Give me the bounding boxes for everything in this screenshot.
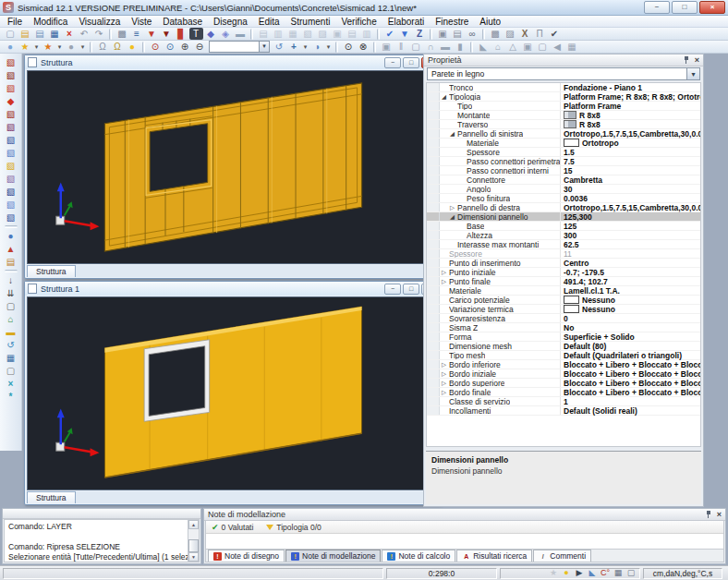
open-archive-icon[interactable]: ▤	[33, 28, 47, 40]
shading-drop-icon[interactable]: ▾	[325, 41, 333, 53]
property-row[interactable]: ▷ Bordo finale Bloccato + Libero + Blocc…	[427, 388, 700, 397]
clip-icon[interactable]: ‖	[394, 41, 408, 53]
timber-beam-icon[interactable]: ▬	[4, 326, 18, 338]
wall-generic-icon[interactable]: ▧	[4, 82, 18, 94]
roof-icon[interactable]: ⌂	[4, 313, 18, 325]
property-row[interactable]: Passo connettori perimetrali 7.5	[427, 157, 700, 166]
star-secondary-icon[interactable]: ★	[42, 41, 55, 53]
property-row[interactable]: Tipo mesh Default (Quadrilateri o triang…	[427, 351, 700, 360]
minimize-button[interactable]: −	[384, 57, 401, 68]
wall-light-blue-icon[interactable]: ▧	[4, 199, 18, 211]
wall-gold-icon[interactable]: ▧	[4, 160, 18, 172]
window-tile-icon[interactable]: ▤	[257, 28, 271, 40]
wall-concrete-icon[interactable]: ▧	[4, 69, 18, 81]
scale-combobox[interactable]: ▾	[209, 41, 270, 53]
arch-icon[interactable]: ∩	[424, 41, 438, 53]
snapshot-icon[interactable]: ▣	[380, 41, 394, 53]
wall-insert-icon[interactable]: ◆	[4, 95, 18, 107]
restore-button[interactable]: □	[403, 57, 419, 68]
open-folder-icon[interactable]: ▤	[18, 28, 32, 40]
menu-modifica[interactable]: Modifica	[28, 16, 73, 28]
tree-icon[interactable]: ▲	[4, 243, 18, 255]
wall-masonry-icon[interactable]: ▧	[4, 56, 18, 68]
restore-button[interactable]: □	[403, 284, 419, 295]
load-combo-icon[interactable]: ▼	[160, 28, 174, 40]
sphere-gray-drop-icon[interactable]: ▾	[79, 41, 87, 53]
materials-db-icon[interactable]: ▊	[175, 28, 188, 40]
property-row[interactable]: Carico potenziale Nessuno	[427, 296, 700, 305]
property-row[interactable]: ▷ Bordo superiore Bloccato + Libero + Bl…	[427, 379, 700, 388]
wall-timber-icon[interactable]: ▧	[4, 134, 18, 146]
wall-blue-icon[interactable]: ▧	[4, 211, 18, 224]
solid-icon[interactable]: ▮	[454, 41, 467, 53]
viewport-3d-canvas[interactable]	[27, 70, 439, 264]
row-expander-icon[interactable]: ▷	[442, 380, 449, 387]
property-row[interactable]: Spessore 11	[427, 249, 700, 259]
combobox-arrow-icon[interactable]: ▾	[259, 42, 269, 52]
zoom-object-icon[interactable]: ⊙	[342, 41, 356, 53]
delete-icon[interactable]: ×	[63, 28, 77, 40]
viewport-tab-struttura[interactable]: Struttura	[27, 491, 76, 503]
row-expander-icon[interactable]: ▷	[442, 278, 449, 285]
property-row[interactable]: Tipo Platform Frame	[427, 102, 700, 111]
load-line-icon[interactable]: ⇊	[4, 287, 18, 299]
press-icon[interactable]: Π	[533, 28, 547, 40]
menu-elaborati[interactable]: Elaborati	[382, 16, 430, 28]
house-icon[interactable]: ⌂	[491, 41, 505, 53]
wall-navy-icon[interactable]: ▧	[4, 186, 18, 198]
row-expander-icon[interactable]: ▷	[442, 269, 449, 276]
property-row[interactable]: ▷ Pannello di destra Ortotropo,1.5,7.5,1…	[427, 203, 700, 212]
asterisk-icon[interactable]: *	[4, 391, 18, 403]
menu-edita[interactable]: Edita	[253, 16, 285, 28]
auto-hide-pin-icon[interactable]	[683, 56, 690, 64]
tooltip-icon[interactable]: ▢	[625, 568, 637, 578]
property-row[interactable]: Variazione termica Nessuno	[427, 305, 700, 314]
preferences-icon[interactable]: ▩	[115, 28, 129, 40]
panel-close-icon[interactable]: ×	[695, 56, 699, 64]
rotate-icon[interactable]: ↺	[4, 339, 18, 351]
floor-icon[interactable]: ▬	[439, 41, 453, 53]
wall-edit-icon[interactable]: ▧	[4, 108, 18, 120]
search-icon[interactable]: ∞	[466, 28, 479, 40]
zoom-extents-icon[interactable]: ⊗	[357, 41, 370, 53]
extrude-icon[interactable]: ◣	[477, 41, 491, 53]
restore-button[interactable]: □	[672, 1, 698, 14]
tab-commenti[interactable]: / Commenti	[533, 550, 591, 562]
redo-icon[interactable]: ↷	[92, 28, 106, 40]
box-icon[interactable]: ▢	[536, 41, 550, 53]
entity-type-combobox[interactable]: Parete in legno ▾	[427, 67, 700, 80]
row-expander-icon[interactable]: ▷	[442, 370, 449, 378]
property-row[interactable]: Incollamenti Default (Solidi reali)	[427, 406, 700, 416]
hint-bulb-icon[interactable]: ●	[560, 568, 573, 578]
star-primary-drop-icon[interactable]: ▾	[33, 41, 41, 53]
lamp-off-icon[interactable]: Ω	[96, 41, 110, 53]
star-secondary-drop-icon[interactable]: ▾	[56, 41, 64, 53]
menu-disegna[interactable]: Disegna	[208, 16, 253, 28]
row-expander-icon[interactable]: ◢	[442, 93, 449, 101]
sphere-gray-icon[interactable]: ●	[65, 41, 79, 53]
verify-filter-icon[interactable]: ▼	[398, 28, 412, 40]
wall-steel-icon[interactable]: ▧	[4, 147, 18, 159]
viewport-tab-struttura[interactable]: Struttura	[27, 265, 76, 277]
property-row[interactable]: Base 125	[427, 222, 700, 231]
command-scrollbar[interactable]: ▲ ▼	[188, 520, 199, 562]
zoom-previous-icon[interactable]: ⊙	[149, 41, 163, 53]
tab-risultati-ricerca[interactable]: A Risultati ricerca	[456, 550, 532, 562]
star-primary-icon[interactable]: ★	[18, 41, 32, 53]
window-new-icon[interactable]: ▣	[331, 28, 345, 40]
block-icon[interactable]: ▤	[4, 256, 18, 268]
row-expander-icon[interactable]: ▷	[450, 204, 457, 211]
window-cascade-icon[interactable]: ▥	[272, 28, 285, 40]
property-row[interactable]: Peso finitura 0.0036	[427, 194, 700, 203]
render-sphere-icon[interactable]: ●	[4, 41, 18, 53]
zoom-out-icon[interactable]: ⊖	[193, 41, 207, 53]
property-row[interactable]: ▷ Bordo iniziale Bloccato + Libero + Blo…	[427, 369, 700, 379]
section-box-icon[interactable]: ▢	[409, 41, 423, 53]
verify-icon[interactable]: ✔	[383, 28, 397, 40]
table-icon[interactable]: ▦	[565, 41, 579, 53]
property-row[interactable]: ▷ Punto iniziale -0.7; -179.5	[427, 268, 700, 277]
wall-mixed-icon[interactable]: ▧	[4, 121, 18, 133]
load-case-icon[interactable]: ▼	[145, 28, 159, 40]
property-row[interactable]: Interasse max montanti 62.5	[427, 240, 700, 249]
levels-icon[interactable]: ≡	[130, 28, 144, 40]
